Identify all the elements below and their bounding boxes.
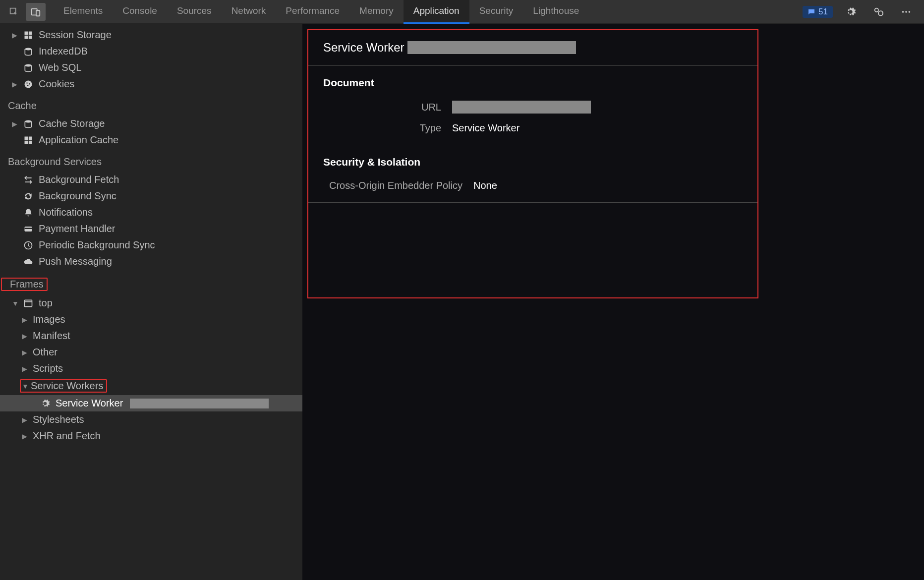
- svg-point-13: [25, 80, 32, 88]
- sidebar-item-stylesheets[interactable]: ▶ Stylesheets: [0, 411, 302, 428]
- sidebar-item-cookies[interactable]: ▶ Cookies: [0, 76, 302, 92]
- sidebar-item-push-messaging[interactable]: Push Messaging: [0, 253, 302, 270]
- coep-value: None: [473, 180, 497, 191]
- clock-icon: [23, 240, 34, 251]
- security-heading: Security & Isolation: [323, 156, 743, 168]
- svg-point-4: [902, 11, 904, 13]
- inspect-element-icon[interactable]: [4, 3, 24, 21]
- grid-icon: [23, 135, 34, 146]
- chevron-right-icon: ▶: [22, 432, 28, 440]
- bell-icon: [23, 207, 34, 218]
- type-label: Type: [323, 122, 452, 134]
- svg-rect-23: [25, 228, 32, 229]
- sidebar-item-cache-storage[interactable]: ▶ Cache Storage: [0, 116, 302, 132]
- svg-rect-9: [25, 35, 28, 39]
- sidebar-item-indexeddb[interactable]: IndexedDB: [0, 43, 302, 59]
- svg-rect-10: [29, 35, 32, 39]
- cookie-icon: [23, 79, 34, 90]
- settings-icon[interactable]: [841, 3, 861, 21]
- svg-point-6: [909, 11, 911, 13]
- sidebar-item-frames-top[interactable]: ▼ top: [0, 295, 302, 311]
- fetch-icon: [23, 174, 34, 185]
- devtools-tabs: Elements Console Sources Network Perform…: [54, 0, 803, 24]
- redacted-url-value: [452, 101, 591, 114]
- svg-point-2: [875, 8, 878, 11]
- credit-card-icon: [23, 224, 34, 234]
- svg-rect-18: [25, 136, 28, 140]
- tab-security[interactable]: Security: [469, 0, 523, 24]
- sidebar-item-xhr-and-fetch[interactable]: ▶ XHR and Fetch: [0, 428, 302, 444]
- svg-rect-7: [25, 31, 28, 35]
- sidebar-item-websql[interactable]: Web SQL: [0, 59, 302, 76]
- sidebar-item-payment-handler[interactable]: Payment Handler: [0, 221, 302, 237]
- chevron-right-icon: ▶: [12, 80, 18, 88]
- sidebar-item-background-sync[interactable]: Background Sync: [0, 188, 302, 204]
- sidebar-item-background-fetch[interactable]: Background Fetch: [0, 172, 302, 188]
- document-section: Document URL Type Service Worker: [308, 66, 757, 145]
- tab-sources[interactable]: Sources: [167, 0, 222, 24]
- application-sidebar: ▶ Session Storage IndexedDB Web SQL ▶ Co…: [0, 24, 302, 580]
- chevron-right-icon: ▶: [22, 316, 28, 324]
- sidebar-item-service-worker-instance[interactable]: Service Worker: [0, 395, 302, 411]
- highlight-box: Service Worker Document URL Type Service…: [307, 29, 758, 298]
- account-icon[interactable]: [868, 3, 888, 21]
- chevron-right-icon: ▶: [22, 332, 28, 340]
- svg-point-12: [25, 64, 31, 66]
- type-value: Service Worker: [452, 122, 520, 134]
- url-label: URL: [323, 102, 452, 113]
- sidebar-item-notifications[interactable]: Notifications: [0, 204, 302, 221]
- sidebar-item-application-cache[interactable]: Application Cache: [0, 132, 302, 148]
- database-icon: [23, 62, 34, 73]
- sidebar-item-images[interactable]: ▶ Images: [0, 311, 302, 328]
- svg-point-5: [905, 11, 907, 13]
- redacted-text: [130, 399, 269, 408]
- sidebar-section-background-services: Background Services: [0, 152, 302, 172]
- svg-rect-8: [29, 31, 32, 35]
- tab-lighthouse[interactable]: Lighthouse: [523, 0, 589, 24]
- database-icon: [23, 118, 34, 129]
- svg-rect-19: [29, 136, 32, 140]
- svg-rect-25: [25, 300, 32, 306]
- svg-point-16: [27, 85, 29, 86]
- svg-rect-21: [29, 140, 32, 144]
- tab-console[interactable]: Console: [113, 0, 167, 24]
- svg-point-17: [25, 120, 31, 122]
- sidebar-item-scripts[interactable]: ▶ Scripts: [0, 360, 302, 377]
- tab-memory[interactable]: Memory: [349, 0, 404, 24]
- redacted-text: [407, 41, 576, 54]
- sidebar-item-other[interactable]: ▶ Other: [0, 344, 302, 360]
- gear-icon: [40, 398, 51, 409]
- svg-point-15: [29, 83, 30, 84]
- sidebar-item-manifest[interactable]: ▶ Manifest: [0, 328, 302, 344]
- security-isolation-section: Security & Isolation Cross-Origin Embedd…: [308, 145, 757, 203]
- sidebar-section-cache: Cache: [0, 96, 302, 116]
- svg-rect-1: [36, 10, 40, 16]
- more-menu-icon[interactable]: [896, 3, 916, 21]
- database-icon: [23, 46, 34, 57]
- sidebar-item-session-storage[interactable]: ▶ Session Storage: [0, 27, 302, 43]
- chevron-down-icon: ▼: [12, 299, 18, 307]
- chevron-right-icon: ▶: [22, 365, 28, 373]
- document-heading: Document: [323, 77, 743, 89]
- panel-title: Service Worker: [323, 41, 404, 55]
- sidebar-section-frames: Frames: [0, 274, 302, 295]
- svg-rect-20: [25, 140, 28, 144]
- sidebar-item-service-workers-group[interactable]: ▼ Service Workers: [0, 377, 302, 395]
- console-issues-badge[interactable]: 51: [803, 6, 833, 18]
- tab-application[interactable]: Application: [404, 0, 469, 24]
- svg-point-14: [26, 82, 28, 84]
- cloud-icon: [23, 256, 34, 267]
- tab-elements[interactable]: Elements: [54, 0, 113, 24]
- grid-icon: [23, 30, 34, 41]
- devtools-toolbar: Elements Console Sources Network Perform…: [0, 0, 924, 24]
- device-toggle-icon[interactable]: [26, 3, 46, 21]
- tab-network[interactable]: Network: [222, 0, 276, 24]
- tab-performance[interactable]: Performance: [276, 0, 349, 24]
- coep-label: Cross-Origin Embedder Policy: [323, 180, 473, 191]
- chevron-right-icon: ▶: [22, 348, 28, 356]
- svg-point-11: [25, 48, 31, 50]
- issues-count: 51: [818, 7, 828, 17]
- chevron-right-icon: ▶: [12, 120, 18, 128]
- application-main-panel: Service Worker Document URL Type Service…: [302, 24, 924, 580]
- sidebar-item-periodic-background-sync[interactable]: Periodic Background Sync: [0, 237, 302, 253]
